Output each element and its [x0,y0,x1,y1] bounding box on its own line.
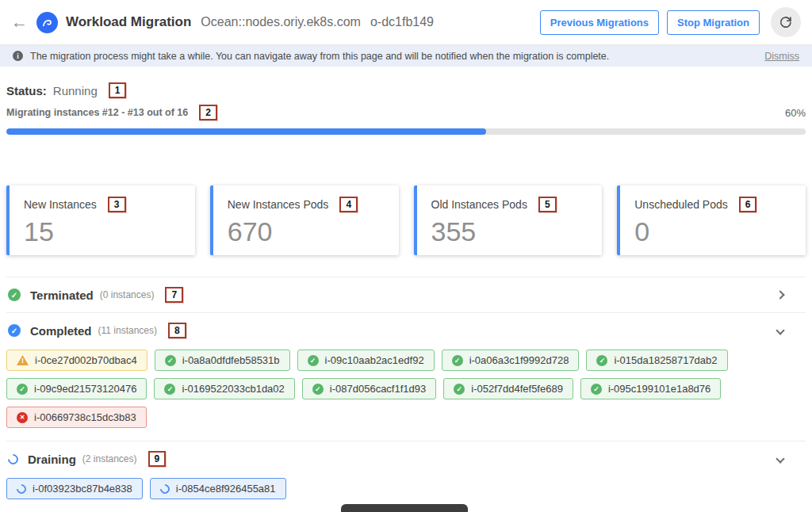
instance-chip[interactable]: i-0a06a3c1f9992d728 [442,350,580,371]
card-label: New Instances Pods 4 [228,197,386,212]
spinner-icon [6,452,20,466]
warning-triangle-icon [17,355,29,365]
check-circle-icon [596,355,607,366]
instance-chip[interactable]: i-0f03923bc87b4e838 [6,478,143,499]
progress-text-value: Migrating instances #12 - #13 out of 16 [6,107,188,118]
card-label: Old Instances Pods 5 [431,197,590,212]
card-label-text: New Instances Pods [228,198,329,211]
dismiss-link[interactable]: Dismiss [764,51,799,62]
card-unscheduled-pods: Unscheduled Pods 6 0 [617,185,806,255]
chevron-down-icon[interactable] [776,326,784,334]
instance-id: i-0ce27d002b70dbac4 [35,354,137,366]
instance-id: i-0169522033cb1da02 [182,383,284,395]
check-circle-icon [164,384,175,395]
instance-chip[interactable]: i-052f7dd4fef5fe689 [443,378,573,399]
section-terminated-header[interactable]: Terminated (0 instances) 7 [6,277,806,312]
top-bar: Workload Migration Ocean::nodes.oriy.ek8… [0,0,812,45]
instance-sections: Terminated (0 instances) 7 Completed (11… [6,277,806,512]
check-circle-green-icon [8,288,21,301]
completed-chips: i-0ce27d002b70dbac4 i-0a8a0dfdfeb58531b … [6,348,768,441]
instance-id: i-052f7dd4fef5fe689 [471,383,563,395]
card-old-instances-pods: Old Instances Pods 5 355 [414,185,603,255]
card-new-instances: New Instances 3 15 [6,185,195,255]
check-circle-icon [591,384,602,395]
stop-migration-button[interactable]: Stop Migration [667,10,760,35]
card-value: 0 [634,216,793,247]
section-completed: Completed (11 instances) 8 i-0ce27d002b7… [6,312,806,441]
check-circle-icon [454,384,465,395]
check-circle-icon [312,384,324,395]
previous-migrations-button[interactable]: Previous Migrations [540,10,659,35]
instance-id: i-087d056cacf1f1d93 [330,383,426,395]
card-label-text: New Instances [24,198,97,211]
instance-chip[interactable]: i-095c199101e1a8d76 [580,378,721,399]
main-content: Status: Running 1 Migrating instances #1… [0,82,812,512]
annotation-9: 9 [148,451,167,467]
annotation-4: 4 [339,197,358,212]
card-new-instances-pods: New Instances Pods 4 670 [210,185,399,255]
section-title: Completed [30,324,92,338]
section-count: (2 instances) [82,453,137,464]
instance-chip[interactable]: i-09c10aab2ac1edf92 [297,350,435,371]
status-line: Status: Running 1 [6,82,806,98]
header-actions: Previous Migrations Stop Migration [540,7,801,37]
cluster-name: Ocean::nodes.oriy.ek8s.com [201,15,361,29]
page-title: Workload Migration [66,14,191,30]
annotation-2: 2 [199,105,217,120]
section-completed-header[interactable]: Completed (11 instances) 8 [6,313,806,348]
error-circle-icon [17,412,28,423]
instance-id: i-09c10aab2ac1edf92 [325,354,424,366]
card-label: New Instances 3 [24,197,182,212]
progress-percent: 60% [785,107,806,119]
refresh-button[interactable] [771,7,801,37]
card-label: Unscheduled Pods 6 [634,197,793,212]
instance-chip[interactable]: i-087d056cacf1f1d93 [302,378,436,399]
annotation-1: 1 [109,82,127,98]
card-label-text: Old Instances Pods [431,198,527,211]
instance-chip[interactable]: i-0a8a0dfdfeb58531b [155,350,290,371]
check-circle-icon [165,355,176,366]
progress-bar-fill [6,128,486,135]
annotation-7: 7 [165,287,183,303]
card-value: 355 [431,216,590,247]
card-value: 670 [228,216,386,247]
chevron-down-icon[interactable] [776,454,784,463]
annotation-3: 3 [108,197,126,212]
section-terminated: Terminated (0 instances) 7 [6,277,806,312]
instance-id: i-0854ce8f926455a81 [176,483,276,495]
status-label: Status: [6,84,47,97]
instance-chip[interactable]: i-0169522033cb1da02 [154,378,294,399]
instance-chip[interactable]: i-015da18258717dab2 [586,350,727,371]
progress-text: Migrating instances #12 - #13 out of 16 … [6,105,217,120]
check-circle-icon [308,355,319,366]
back-arrow-icon[interactable] [11,13,32,32]
instance-chip[interactable]: i-00669738c15dc3b83 [6,407,147,428]
section-draining-header[interactable]: Draining (2 instances) 9 [6,441,806,476]
spinner-icon [15,482,29,495]
annotation-5: 5 [538,197,557,212]
instance-id: i-09c9ed21573120476 [34,383,136,395]
annotation-8: 8 [168,323,186,338]
refresh-icon [779,15,793,29]
chevron-right-icon[interactable] [776,290,784,299]
instance-id: i-0f03923bc87b4e838 [33,483,132,495]
instance-chip[interactable]: i-09c9ed21573120476 [6,378,147,399]
resource-id: o-dc1fb149 [370,15,434,29]
instance-id: i-0a06a3c1f9992d728 [469,354,569,366]
card-label-text: Unscheduled Pods [634,198,728,211]
section-count: (11 instances) [98,325,157,336]
instance-chip[interactable]: i-0854ce8f926455a81 [150,478,286,499]
status-value: Running [53,84,98,97]
section-title: Draining [28,453,76,466]
instance-chip[interactable]: i-0ce27d002b70dbac4 [6,350,147,371]
annotation-6: 6 [739,197,757,212]
instance-id: i-015da18258717dab2 [614,354,717,366]
check-circle-icon [17,384,28,395]
progress-bar [6,128,806,135]
instance-id: i-0a8a0dfdfeb58531b [182,354,280,366]
section-draining: Draining (2 instances) 9 i-0f03923bc87b4… [6,441,806,512]
instance-id: i-00669738c15dc3b83 [34,411,136,423]
info-banner: The migration process might take a while… [0,45,812,67]
summary-cards: New Instances 3 15 New Instances Pods 4 … [6,185,806,255]
ocean-logo-icon [36,12,58,33]
